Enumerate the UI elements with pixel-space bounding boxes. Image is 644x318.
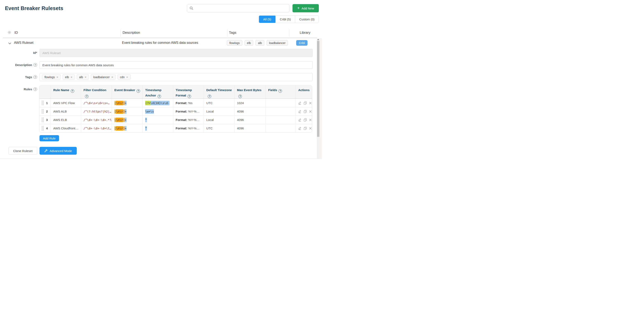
delete-icon[interactable] [309, 118, 312, 121]
tab-custom[interactable]: Custom (0) [295, 16, 318, 23]
rule-row-handle-cell: 1 [40, 98, 51, 107]
description-field[interactable] [40, 61, 313, 69]
remove-tag-icon[interactable]: × [126, 75, 128, 79]
scroll-up-arrow-icon[interactable] [317, 39, 319, 40]
tags-label: Tags [25, 75, 32, 79]
tag-label: loadbalancer [93, 76, 110, 79]
edit-icon[interactable] [298, 101, 302, 105]
copy-icon[interactable] [304, 118, 307, 122]
max-event-bytes-cell: 4096 [234, 124, 266, 132]
drag-handle-icon[interactable] [42, 126, 44, 130]
event-breaker-cell: [\n\r]+ [112, 98, 143, 107]
help-icon[interactable]: ? [278, 89, 282, 93]
tag-chip: alb [256, 40, 264, 46]
row-actions [298, 118, 310, 122]
column-header-library[interactable]: Library [300, 31, 310, 35]
help-icon[interactable]: ? [34, 88, 37, 91]
help-icon[interactable]: ? [136, 89, 140, 93]
copy-icon[interactable] [304, 102, 307, 105]
tag-label: alb [258, 41, 262, 45]
fields-cell [266, 116, 296, 124]
rulesets-list-header: ID Description Tags Library [0, 30, 322, 37]
fields-cell [266, 98, 296, 107]
regex-token: ] [123, 118, 125, 122]
edit-icon[interactable] [298, 126, 302, 130]
column-header-description[interactable]: Description [122, 31, 140, 35]
delete-icon[interactable] [309, 102, 312, 104]
rules-column-header: Event Breaker? [112, 86, 143, 98]
copy-icon[interactable] [304, 127, 307, 130]
help-icon[interactable]: ? [238, 94, 242, 98]
advanced-mode-button[interactable]: Advanced Mode [40, 147, 77, 155]
copy-icon[interactable] [304, 110, 307, 113]
rule-row-handle-cell: 2 [40, 107, 51, 116]
drag-handle-icon[interactable] [42, 100, 44, 105]
help-icon[interactable]: ? [34, 75, 37, 79]
edit-icon[interactable] [298, 118, 302, 122]
rules-column-label: Max Event Bytes [237, 88, 262, 92]
add-new-label: Add New [302, 6, 314, 10]
timestamp-anchor-cell: ^ [143, 116, 173, 124]
scrollbar-thumb[interactable] [317, 41, 320, 137]
rule-name-cell: AWS VPC Flow [51, 98, 81, 107]
regex-token: [ [114, 101, 116, 105]
delete-icon[interactable] [309, 127, 312, 130]
clone-ruleset-button[interactable]: Clone Ruleset [8, 147, 37, 155]
delete-icon[interactable] [309, 110, 312, 113]
rules-column-label: Default Timezone [206, 88, 232, 92]
description-label: Description [15, 63, 32, 67]
ruleset-tags: flowlogs elb alb loadbalancer [227, 40, 288, 46]
tab-all[interactable]: All (5) [259, 16, 276, 23]
rules-column-header: Fields? [266, 86, 296, 98]
rule-name-cell: AWS Cloudfront… [51, 124, 81, 132]
help-icon[interactable]: ? [188, 94, 191, 98]
help-icon[interactable]: ? [158, 94, 161, 98]
timestamp-anchor-cell: (?=\d{10}\s\d- [143, 98, 173, 107]
rule-row-handle-cell: 3 [40, 116, 51, 124]
tag-chip: flowlogs× [42, 74, 61, 80]
column-header-tags[interactable]: Tags [229, 31, 236, 35]
rules-column-header: Filter Condition? [81, 86, 112, 98]
description-input[interactable] [40, 61, 312, 69]
rules-column-header [40, 86, 51, 98]
tag-chip: elb× [62, 74, 75, 80]
column-header-id[interactable]: ID [14, 31, 18, 35]
default-timezone-cell: UTC [204, 124, 234, 132]
filter-condition-cell: /^\d+\s+\d+\s+… [81, 98, 112, 107]
timestamp-anchor-cell: ^ [143, 124, 173, 132]
remove-tag-icon[interactable]: × [70, 75, 72, 79]
gear-icon[interactable] [8, 30, 11, 35]
help-icon[interactable]: ? [208, 94, 211, 98]
remove-tag-icon[interactable]: × [56, 75, 58, 79]
tags-field[interactable]: flowlogs× elb× alb× loadbalancer× cdn× [40, 73, 313, 81]
ruleset-id[interactable]: AWS Ruleset [14, 41, 34, 45]
help-icon[interactable]: ? [85, 94, 88, 98]
timestamp-format-cell: Format:%Y-%… [173, 124, 204, 132]
column-divider [120, 30, 120, 37]
regex-token: + [125, 109, 126, 114]
search-icon [190, 6, 193, 10]
drag-handle-icon[interactable] [42, 109, 44, 114]
tab-cribl[interactable]: Cribl (5) [276, 16, 295, 23]
filter-regex: /^\d+\s+\d+\s+… [84, 102, 110, 105]
remove-tag-icon[interactable]: × [111, 75, 113, 79]
search-box[interactable] [187, 4, 290, 12]
search-input[interactable] [195, 6, 287, 10]
add-new-button[interactable]: + Add New [292, 4, 319, 12]
chevron-down-icon[interactable] [8, 42, 11, 45]
regex-token: \n\r [116, 118, 123, 122]
edit-icon[interactable] [298, 110, 302, 113]
remove-tag-icon[interactable]: × [85, 75, 86, 79]
help-icon[interactable]: ? [71, 89, 74, 93]
regex-token: ] [123, 126, 125, 130]
rules-column-header: Default Timezone? [204, 86, 234, 98]
tag-label: cdn [120, 76, 125, 79]
max-event-bytes-cell: 4096 [234, 107, 266, 116]
help-icon[interactable]: ? [34, 63, 37, 67]
row-actions [298, 101, 310, 105]
regex-token: [ [114, 126, 116, 130]
add-rule-button[interactable]: Add Rule [40, 135, 59, 141]
drag-handle-icon[interactable] [42, 118, 44, 122]
filter-condition-cell: /^\d+-\d+-\d+.*?… [81, 116, 112, 124]
regex-token: ^ [145, 118, 147, 122]
